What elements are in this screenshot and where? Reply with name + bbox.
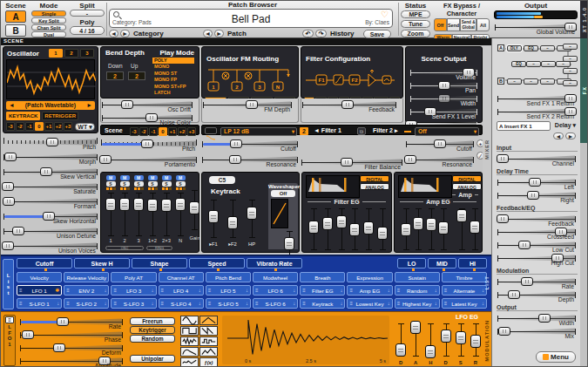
- mod-source-random[interactable]: ≡Random↓: [395, 285, 440, 296]
- keytrack-toggle[interactable]: KEYTRACK: [6, 112, 40, 120]
- fx-slot[interactable]: –: [563, 44, 578, 50]
- scene-octave-3[interactable]: -3: [130, 127, 139, 136]
- fader-fader[interactable]: [118, 192, 132, 237]
- scene-octave-2[interactable]: -2: [139, 127, 148, 136]
- scene-octave-1[interactable]: -1: [149, 127, 158, 136]
- resonance-slider[interactable]: Resonance: [405, 153, 475, 167]
- cutoff-slider[interactable]: Cutoff: [201, 138, 299, 151]
- r-fader[interactable]: R: [348, 207, 358, 251]
- depth-slider[interactable]: Depth: [497, 289, 577, 302]
- mute-button[interactable]: M: [162, 175, 172, 180]
- mod-source-lfo-4[interactable]: ≡LFO 4↓: [159, 285, 204, 296]
- mute-button[interactable]: M: [134, 175, 144, 180]
- mod-source-sustain[interactable]: Sustain: [395, 272, 440, 282]
- mod-source-keytrack[interactable]: ≡Keytrack↓: [300, 298, 345, 309]
- s-fader[interactable]: S: [425, 207, 433, 251]
- deform-slider[interactable]: Deform: [19, 342, 124, 355]
- width-slider[interactable]: Width: [409, 92, 478, 105]
- volume-slider[interactable]: Volume: [409, 66, 478, 79]
- lfo-shape-envelope-icon[interactable]: [180, 347, 199, 357]
- play-mode-latch[interactable]: LATCH: [152, 90, 194, 96]
- feedback-slider[interactable]: Feedback: [497, 213, 577, 226]
- h-fader[interactable]: H: [424, 323, 436, 357]
- undo-icon[interactable]: ↶: [302, 30, 314, 37]
- route-indicator[interactable]: [174, 187, 186, 190]
- fx-slot[interactable]: –: [507, 78, 522, 85]
- fx-slot[interactable]: –: [540, 78, 555, 85]
- morph-slider[interactable]: Morph: [3, 151, 98, 164]
- fx-bypass-send[interactable]: Send: [447, 18, 460, 31]
- category-prev-button[interactable]: ◄: [109, 30, 118, 37]
- wavetable-next-icon[interactable]: ►: [86, 101, 92, 110]
- osc-octave-3[interactable]: +3: [64, 122, 72, 131]
- bend-up-value[interactable]: 2: [128, 71, 145, 80]
- lfo-tab[interactable]: ≡LFO1: [3, 315, 16, 366]
- pan-slider[interactable]: Pan: [409, 79, 478, 92]
- mod-source-pitch-bend[interactable]: Pitch Bend: [206, 272, 251, 282]
- osc-tab-2[interactable]: 2: [64, 49, 78, 58]
- digital-button[interactable]: DIGITAL: [452, 175, 482, 182]
- send-fx-1-level-slider[interactable]: Send FX 1 Level: [409, 105, 478, 119]
- lfo-shape-noise-icon[interactable]: [180, 336, 199, 346]
- filter2-type-dropdown[interactable]: Off: [415, 127, 479, 136]
- zoom-button[interactable]: Zoom: [401, 30, 430, 37]
- patch-name[interactable]: Bell Pad: [110, 13, 392, 25]
- mute-button[interactable]: M: [106, 175, 116, 180]
- mod-macro-lo[interactable]: LO: [397, 258, 426, 268]
- mod-source-highest-key[interactable]: ≡Highest Key↓: [395, 298, 440, 309]
- play-mode-poly[interactable]: POLY: [152, 58, 194, 64]
- mod-source-filter-eg[interactable]: ≡Filter EG↓: [300, 285, 345, 296]
- mute-button[interactable]: M: [120, 175, 130, 180]
- play-mode-mono-fp[interactable]: MONO FP: [152, 77, 194, 83]
- lfo-shape-saw-icon[interactable]: [199, 326, 218, 336]
- lfo-shape-snh-icon[interactable]: [199, 336, 218, 346]
- f1-fader[interactable]: ▸F1: [362, 207, 372, 251]
- history-label[interactable]: History: [330, 30, 355, 37]
- mod-source-expression[interactable]: Expression: [347, 272, 392, 282]
- fx-slot[interactable]: –: [563, 56, 578, 62]
- keytrack-root-note[interactable]: C5: [209, 176, 235, 184]
- category-next-button[interactable]: ►: [120, 30, 130, 37]
- tune-button[interactable]: Tune: [401, 20, 430, 28]
- amplitude-slider[interactable]: Amplitude: [19, 355, 124, 367]
- global-volume-slider[interactable]: Global Volume: [494, 21, 578, 34]
- filter-copy-icon[interactable]: ⧉: [357, 127, 366, 135]
- mod-target-skew-h[interactable]: Skew H: [74, 258, 130, 268]
- formant-slider[interactable]: Formant: [3, 195, 98, 208]
- fader-fader[interactable]: [146, 192, 159, 237]
- mod-target-shape[interactable]: Shape: [132, 258, 187, 268]
- mod-source-velocity[interactable]: Velocity: [17, 272, 62, 282]
- send-fx-1-return-slider[interactable]: Send FX 1 Return: [497, 92, 577, 105]
- lfo-shape-triangle-icon[interactable]: [199, 316, 218, 325]
- lfo-shape-step-icon[interactable]: [199, 347, 218, 357]
- fx-next-button[interactable]: ►: [565, 133, 576, 139]
- osc-type-dropdown[interactable]: WT ▾: [75, 123, 95, 131]
- lfo-menu-icon[interactable]: ≡: [5, 316, 14, 323]
- fx-slot[interactable]: –: [556, 61, 571, 67]
- skew-horizontal-slider[interactable]: Skew Horizontal: [3, 210, 98, 223]
- resonance-slider[interactable]: Resonance: [201, 153, 299, 167]
- solo-button[interactable]: S: [176, 181, 186, 187]
- filter-curve-icon[interactable]: [205, 127, 217, 134]
- d-fader[interactable]: D: [440, 323, 452, 357]
- noise-color-slider[interactable]: Noise Color: [101, 112, 193, 125]
- route-indicator[interactable]: [105, 187, 117, 190]
- mod-source-amp-eg[interactable]: ≡Amp EG↓: [347, 285, 392, 296]
- mod-source-breath[interactable]: Breath: [300, 272, 345, 282]
- osc-octave-1[interactable]: +1: [44, 122, 53, 131]
- solo-button[interactable]: S: [162, 181, 172, 187]
- scene-octave-0[interactable]: 0: [159, 127, 167, 136]
- s-fader[interactable]: S: [455, 323, 467, 357]
- fx-slot[interactable]: –: [541, 61, 556, 67]
- fx-slot[interactable]: –: [526, 61, 541, 67]
- f1-fader[interactable]: ▸F1: [207, 199, 220, 239]
- low-cut-slider[interactable]: Low Cut: [497, 239, 577, 252]
- fx-slot[interactable]: –: [524, 78, 538, 85]
- mod-source-channel-at[interactable]: Channel AT: [159, 272, 204, 282]
- vel-fader[interactable]: Vel ▸: [456, 207, 463, 251]
- filter2-tab[interactable]: Filter 2 ▸: [373, 127, 397, 134]
- lfo-shape-square-icon[interactable]: [180, 326, 199, 336]
- mod-source-s-lfo-2[interactable]: ≡S-LFO 2↓: [64, 298, 109, 309]
- filter-balance-slider[interactable]: Filter Balance: [301, 156, 403, 169]
- analog-button[interactable]: ANALOG: [360, 183, 389, 190]
